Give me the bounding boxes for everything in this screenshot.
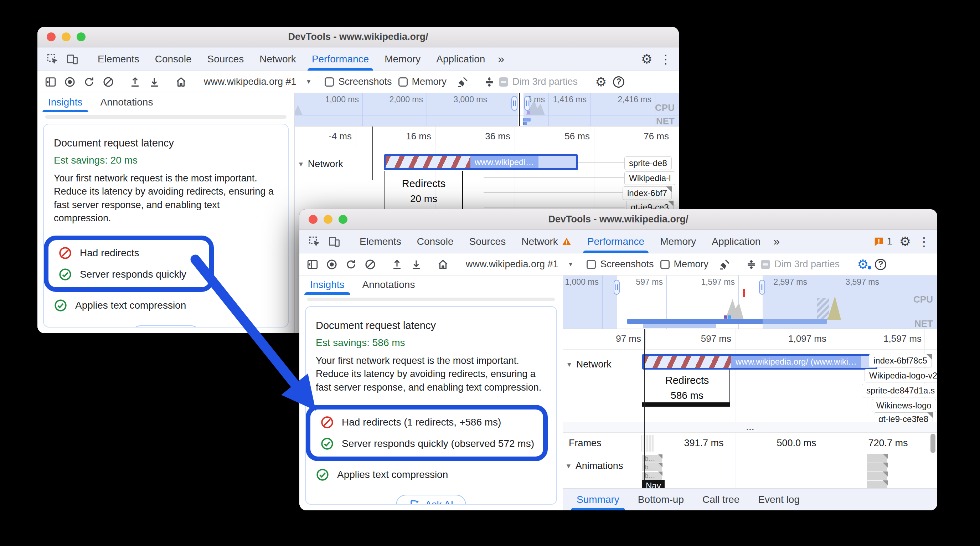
zoom-button[interactable] — [339, 215, 347, 224]
minimize-button[interactable] — [62, 32, 70, 41]
clear-icon[interactable] — [361, 255, 380, 274]
dim-3rd-parties-toggle[interactable]: Dim 3rd parties — [499, 76, 584, 87]
collapsed-tracks-ellipsis[interactable]: … — [563, 422, 937, 433]
network-track-area[interactable]: ▼ Network www.wikipedia.org/ (www.wiki… … — [563, 350, 937, 422]
upload-profile-icon[interactable] — [387, 255, 407, 274]
help-icon[interactable]: ? — [875, 259, 886, 270]
inspect-icon[interactable] — [42, 48, 62, 70]
frames-track[interactable]: Frames 391.7 ms 500.0 ms 720.7 ms — [563, 433, 937, 454]
request-chip[interactable]: gt-ie9-ce3fe8 — [874, 412, 933, 422]
tab-sources[interactable]: Sources — [199, 48, 251, 70]
tab-application[interactable]: Application — [428, 48, 493, 70]
selection-handle-left[interactable] — [614, 280, 620, 295]
tab-annotations[interactable]: Annotations — [100, 94, 154, 112]
tab-console[interactable]: Console — [409, 230, 461, 253]
tab-performance[interactable]: Performance — [579, 230, 652, 253]
reload-record-icon[interactable] — [80, 72, 99, 92]
insight-card-document-request-latency[interactable]: Document request latency Est savings: 20… — [43, 124, 289, 328]
close-button[interactable] — [309, 215, 318, 224]
selection-handle-left[interactable] — [511, 96, 517, 111]
tab-event-log[interactable]: Event log — [749, 489, 809, 510]
tab-insights[interactable]: Insights — [309, 277, 345, 295]
request-chip[interactable]: sprite-de8 — [624, 156, 672, 170]
more-tabs-button[interactable]: » — [493, 48, 509, 70]
device-toolbar-icon[interactable] — [324, 230, 344, 253]
tab-performance[interactable]: Performance — [304, 48, 377, 70]
capture-settings-gear-icon-active[interactable]: ⚙ — [853, 258, 872, 271]
selected-network-request-bar[interactable]: www.wikipedi… — [384, 154, 578, 170]
toggle-sidebar-icon[interactable] — [41, 72, 60, 92]
tab-sources[interactable]: Sources — [461, 230, 514, 253]
tab-insights[interactable]: Insights — [48, 94, 83, 112]
download-profile-icon[interactable] — [407, 255, 426, 274]
animation-chip[interactable] — [867, 481, 887, 488]
garbage-collect-broom-icon[interactable] — [453, 72, 472, 92]
download-profile-icon[interactable] — [145, 72, 164, 92]
screenshots-toggle[interactable]: Screenshots — [587, 259, 660, 270]
inspect-icon[interactable] — [304, 230, 324, 253]
screenshots-checkbox[interactable] — [587, 260, 596, 269]
animation-chip[interactable] — [867, 472, 887, 481]
reload-record-icon[interactable] — [341, 255, 361, 274]
network-track-label[interactable]: ▼ Network — [566, 359, 611, 370]
animation-chip[interactable] — [867, 454, 887, 463]
tab-bottom-up[interactable]: Bottom-up — [628, 489, 693, 510]
selection-handle-right[interactable] — [759, 280, 765, 295]
toggle-sidebar-icon[interactable] — [303, 255, 322, 274]
tab-network[interactable]: Network — [251, 48, 304, 70]
animation-chip[interactable]: b… — [642, 463, 662, 471]
vertical-scrollbar-thumb[interactable] — [931, 434, 935, 453]
titlebar[interactable]: DevTools - www.wikipedia.org/ — [37, 27, 679, 48]
clear-icon[interactable] — [99, 72, 118, 92]
record-icon[interactable] — [60, 72, 80, 92]
request-chip[interactable]: Wikipedia-l — [624, 172, 675, 185]
memory-toggle[interactable]: Memory — [398, 76, 453, 87]
ask-ai-button[interactable]: Ask AI — [131, 325, 201, 328]
selected-network-request-bar[interactable]: www.wikipedia.org/ (www.wiki… — [642, 354, 877, 369]
device-toolbar-icon[interactable] — [62, 48, 82, 70]
tab-application[interactable]: Application — [704, 230, 768, 253]
memory-toggle[interactable]: Memory — [660, 259, 715, 270]
animation-chip[interactable]: b… — [642, 472, 662, 480]
request-chip[interactable]: sprite-de847d1a.s — [862, 384, 937, 397]
selection-handle-right[interactable] — [524, 96, 530, 111]
capture-settings-gear-icon[interactable]: ⚙ — [592, 76, 610, 88]
request-chip[interactable]: index-6bf78c5 — [869, 354, 932, 368]
kebab-menu-icon[interactable]: ⋮ — [660, 53, 672, 65]
timeline-overview[interactable]: 1,000 ms 2,000 ms 3,000 ms 6 ms 1,416 ms… — [295, 93, 679, 127]
home-icon[interactable] — [433, 255, 453, 274]
tab-elements[interactable]: Elements — [352, 230, 409, 253]
close-button[interactable] — [47, 32, 56, 41]
screenshots-checkbox[interactable] — [325, 77, 334, 87]
memory-checkbox[interactable] — [660, 260, 670, 269]
tab-elements[interactable]: Elements — [90, 48, 147, 70]
help-icon[interactable]: ? — [613, 76, 624, 88]
animations-track[interactable]: ▼ Animations b… b… b… Nav — [563, 454, 937, 488]
ask-ai-button[interactable]: Ask AI — [396, 495, 466, 505]
collapse-tracks-icon[interactable] — [480, 72, 499, 92]
record-icon[interactable] — [322, 255, 341, 274]
dim-3rd-parties-checkbox[interactable] — [761, 260, 770, 269]
animation-chip[interactable]: b… — [642, 455, 662, 463]
tab-memory[interactable]: Memory — [652, 230, 704, 253]
horizontal-scrollbar[interactable] — [45, 115, 286, 119]
request-chip[interactable]: index-6bf7 — [622, 186, 672, 200]
request-chip[interactable]: Wikinews-logo — [872, 399, 936, 412]
animation-chip[interactable] — [867, 463, 887, 471]
tab-annotations[interactable]: Annotations — [362, 277, 416, 295]
screenshots-toggle[interactable]: Screenshots — [325, 76, 398, 87]
zoom-button[interactable] — [76, 32, 86, 41]
dim-3rd-parties-toggle[interactable]: Dim 3rd parties — [761, 259, 846, 270]
tab-console[interactable]: Console — [147, 48, 200, 70]
tab-network[interactable]: Network — [514, 230, 579, 253]
horizontal-scrollbar[interactable] — [307, 298, 555, 301]
collapse-tracks-icon[interactable] — [741, 255, 761, 274]
minimize-button[interactable] — [324, 215, 332, 224]
tab-call-tree[interactable]: Call tree — [693, 489, 749, 510]
history-dropdown[interactable]: www.wikipedia.org #1 ▼ — [460, 259, 579, 270]
network-track-label[interactable]: ▼ Network — [298, 159, 343, 170]
timeline-overview[interactable]: 1,000 ms 597 ms 1,597 ms 2,597 ms 3,597 … — [563, 275, 937, 329]
titlebar[interactable]: DevTools - www.wikipedia.org/ — [299, 209, 937, 230]
animations-track-label[interactable]: ▼ Animations — [565, 460, 623, 471]
settings-gear-icon[interactable]: ⚙ — [641, 53, 652, 65]
